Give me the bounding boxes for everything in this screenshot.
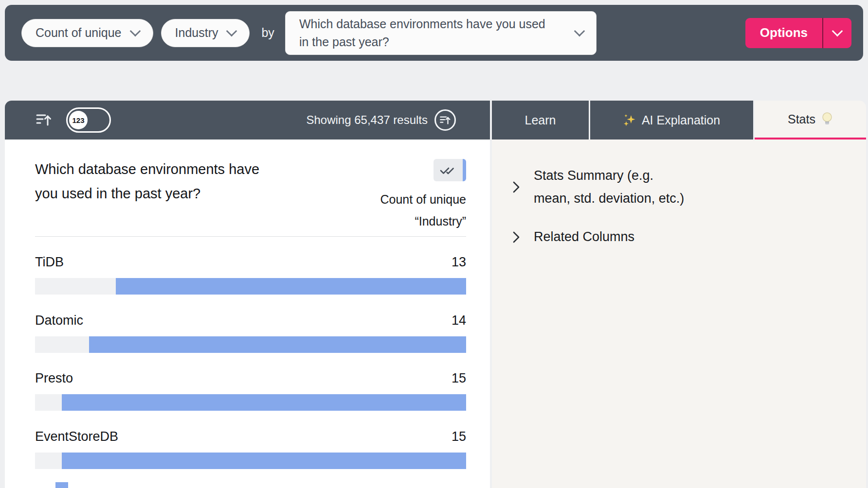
chevron-down-icon bbox=[129, 26, 141, 37]
stats-panel: Stats Summary (e.g.mean, std. deviation,… bbox=[492, 139, 866, 488]
tab-ai-explanation[interactable]: AI Explanation bbox=[590, 101, 753, 139]
chevron-right-icon bbox=[511, 181, 521, 193]
options-button[interactable]: Options bbox=[745, 18, 822, 48]
stats-summary-item[interactable]: Stats Summary (e.g.mean, std. deviation,… bbox=[511, 164, 684, 210]
partial-next-bar bbox=[55, 482, 68, 488]
bar-track bbox=[35, 394, 466, 411]
row-value: 15 bbox=[452, 429, 466, 444]
row-label: Datomic bbox=[35, 313, 83, 328]
related-columns-item[interactable]: Related Columns bbox=[511, 226, 634, 248]
tab-stats[interactable]: Stats bbox=[755, 101, 866, 139]
table-rows: TiDB13Datomic14Presto15EventStoreDB15 bbox=[35, 247, 466, 488]
results-count-text: Showing 65,437 results bbox=[307, 113, 428, 127]
results-panel: 123 Showing 65,437 results Which databas… bbox=[5, 101, 490, 488]
chevron-right-icon bbox=[511, 231, 521, 244]
table-divider bbox=[35, 236, 466, 237]
bar-fill bbox=[62, 394, 466, 411]
column-value: Industry bbox=[175, 26, 218, 40]
sort-ascending-icon[interactable] bbox=[36, 113, 52, 127]
results-body: Which database environments have you use… bbox=[5, 139, 490, 488]
chevron-down-icon bbox=[832, 26, 843, 37]
toggle-knob: 123 bbox=[69, 111, 88, 129]
selection-strip bbox=[463, 159, 466, 181]
tab-ai-explanation-label: AI Explanation bbox=[642, 113, 720, 127]
bar-track bbox=[35, 278, 466, 295]
stat-item-label: Related Columns bbox=[534, 226, 634, 248]
value-column-header-line2: “Industry” bbox=[380, 210, 466, 232]
row-label: EventStoreDB bbox=[35, 429, 118, 444]
tab-learn-label: Learn bbox=[525, 113, 556, 127]
chevron-down-icon bbox=[226, 26, 237, 37]
question-title: Which database environments have you use… bbox=[35, 157, 264, 206]
bar-fill bbox=[62, 453, 466, 469]
options-split-button: Options bbox=[745, 18, 851, 48]
row-value: 13 bbox=[452, 255, 466, 270]
table-row[interactable]: Presto15 bbox=[35, 363, 466, 421]
row-value: 14 bbox=[452, 313, 466, 328]
numeric-display-toggle[interactable]: 123 bbox=[66, 107, 111, 133]
tab-stats-label: Stats bbox=[788, 112, 815, 126]
row-label: TiDB bbox=[35, 255, 64, 270]
query-toolbar: Count of unique Industry by Which databa… bbox=[5, 5, 863, 61]
bar-track bbox=[35, 336, 466, 353]
sort-ascending-circle-icon[interactable] bbox=[434, 109, 456, 131]
aggregation-value: Count of unique bbox=[36, 26, 122, 40]
table-row[interactable]: EventStoreDB15 bbox=[35, 421, 466, 480]
row-label: Presto bbox=[35, 371, 73, 386]
select-all-control[interactable] bbox=[434, 159, 466, 181]
bar-fill bbox=[116, 278, 466, 295]
by-label: by bbox=[261, 26, 274, 40]
row-value: 15 bbox=[452, 371, 466, 386]
question-dropdown-value: Which database environments have you use… bbox=[299, 15, 552, 51]
lightbulb-icon bbox=[821, 112, 833, 126]
sparkles-icon bbox=[623, 114, 636, 126]
double-check-icon bbox=[434, 159, 463, 181]
options-dropdown-button[interactable] bbox=[823, 18, 851, 48]
count-badge: 123 bbox=[72, 116, 84, 124]
question-dropdown[interactable]: Which database environments have you use… bbox=[285, 11, 597, 55]
value-column-header: Count of unique “Industry” bbox=[380, 189, 466, 232]
aggregation-dropdown[interactable]: Count of unique bbox=[21, 19, 153, 47]
chevron-down-icon bbox=[574, 26, 585, 37]
bar-track bbox=[35, 453, 466, 469]
results-header-bar: 123 Showing 65,437 results bbox=[5, 101, 490, 139]
tab-learn[interactable]: Learn bbox=[492, 101, 589, 139]
table-row[interactable]: Datomic14 bbox=[35, 305, 466, 364]
app: Count of unique Industry by Which databa… bbox=[0, 0, 868, 488]
value-column-header-line1: Count of unique bbox=[380, 189, 466, 210]
bar-fill bbox=[89, 336, 466, 353]
table-row[interactable]: TiDB13 bbox=[35, 247, 466, 305]
column-dropdown[interactable]: Industry bbox=[161, 19, 250, 47]
stat-item-label: Stats Summary (e.g.mean, std. deviation,… bbox=[534, 164, 684, 210]
